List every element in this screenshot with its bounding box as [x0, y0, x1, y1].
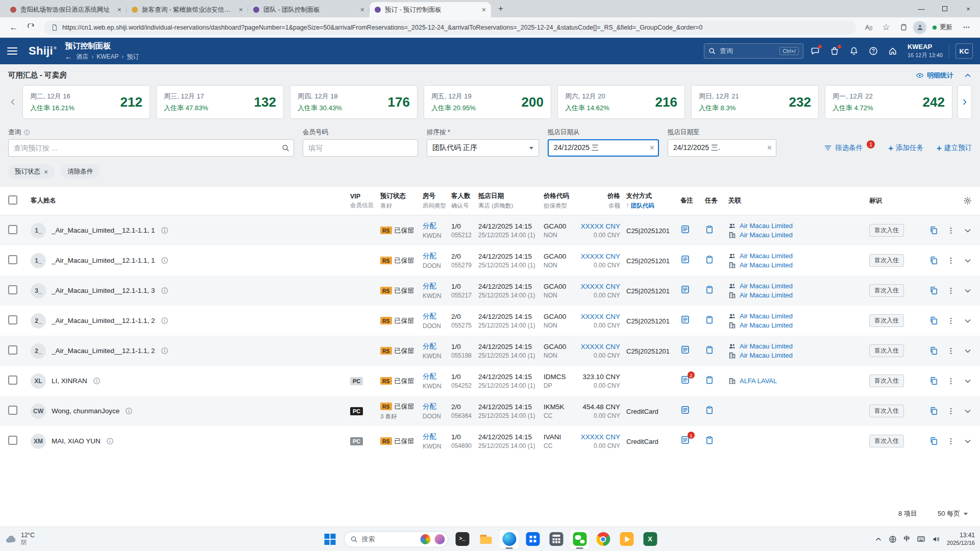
browser-tab[interactable]: 预订 - 预订控制面板 ×	[370, 2, 491, 17]
cards-prev-button[interactable]	[8, 98, 17, 106]
sort-select[interactable]: 团队代码 正序	[427, 139, 539, 157]
tab-close-icon[interactable]: ×	[360, 6, 364, 14]
linked-profile-name[interactable]: Air Macau Limited	[740, 352, 793, 359]
table-row[interactable]: 2_ _Air_Macau_Limited__12.1-1.1, 2 RS 已保…	[0, 336, 980, 366]
linked-profile-name[interactable]: Air Macau Limited	[740, 321, 793, 329]
taskbar-app[interactable]	[640, 529, 660, 549]
menu-icon[interactable]	[7, 47, 20, 55]
sort-by-group-code[interactable]: ↑团队代码	[626, 202, 680, 210]
copy-icon[interactable]	[929, 226, 938, 235]
expand-row-icon[interactable]	[964, 257, 972, 265]
notes-icon[interactable]	[680, 345, 690, 355]
breadcrumb-back-icon[interactable]: ←	[65, 53, 72, 61]
copy-icon[interactable]	[929, 316, 938, 325]
linked-profile-name[interactable]: Air Macau Limited	[740, 342, 793, 350]
collections-icon[interactable]	[896, 20, 911, 35]
row-checkbox[interactable]	[8, 345, 17, 355]
taskbar-clock[interactable]: 13:41 2025/12/16	[947, 531, 975, 547]
linked-profile[interactable]: Air Macau Limited	[728, 222, 861, 230]
expand-row-icon[interactable]	[964, 227, 972, 235]
taskbar-app[interactable]	[452, 529, 473, 549]
expand-row-icon[interactable]	[964, 407, 972, 415]
row-checkbox[interactable]	[8, 436, 17, 445]
filter-chip[interactable]: 清除条件 ×	[61, 164, 100, 179]
browser-update-button[interactable]: 更新	[928, 20, 957, 35]
arrival-from-clear-icon[interactable]: ×	[650, 144, 654, 152]
tasks-icon[interactable]	[705, 436, 714, 445]
detail-stats-link[interactable]: 明细统计	[916, 71, 953, 80]
room-assign-link[interactable]: 分配	[423, 402, 451, 411]
tasks-icon[interactable]	[705, 406, 714, 415]
row-checkbox[interactable]	[8, 315, 17, 324]
chat-icon[interactable]	[807, 43, 823, 59]
network-icon[interactable]	[889, 535, 897, 543]
taskbar-app[interactable]	[523, 529, 543, 549]
read-aloud-icon[interactable]: A))	[861, 20, 876, 35]
linked-profile-name[interactable]: Air Macau Limited	[740, 312, 793, 320]
room-assign-link[interactable]: 分配	[423, 282, 451, 291]
expand-row-icon[interactable]	[964, 377, 972, 385]
create-reservation-button[interactable]: +建立预订	[937, 143, 972, 153]
window-close-button[interactable]: ×	[957, 0, 980, 17]
row-checkbox[interactable]	[8, 285, 17, 294]
availability-card[interactable]: 周三, 12月 17 入住率 47.83% 132	[156, 85, 284, 119]
info-icon[interactable]	[106, 437, 114, 445]
volume-icon[interactable]	[932, 535, 940, 543]
linked-profile[interactable]: Air Macau Limited	[728, 291, 861, 299]
notes-icon[interactable]	[680, 285, 690, 294]
notifications-icon[interactable]	[846, 43, 862, 59]
table-row[interactable]: CW Wong, chunmanJoyce PC RS 已保留 3 喜好 分配	[0, 396, 980, 426]
room-assign-link[interactable]: 分配	[423, 221, 451, 231]
row-menu-icon[interactable]	[947, 317, 955, 325]
availability-card[interactable]: 周四, 12月 18 入住率 30.43% 176	[290, 85, 418, 119]
query-input[interactable]	[8, 139, 294, 157]
taskbar-app[interactable]	[476, 529, 496, 549]
collapse-section-icon[interactable]	[964, 71, 972, 80]
touch-keyboard-icon[interactable]	[917, 535, 925, 543]
tasks-icon[interactable]	[705, 285, 714, 294]
linked-profile[interactable]: Air Macau Limited	[728, 312, 861, 320]
tab-close-icon[interactable]: ×	[117, 6, 121, 14]
cards-next-button[interactable]	[958, 85, 972, 119]
ime-indicator[interactable]: 中	[903, 535, 910, 543]
window-minimize-button[interactable]: —	[910, 0, 933, 17]
linked-profile[interactable]: Air Macau Limited	[728, 282, 861, 290]
taskbar-search[interactable]: 搜索	[344, 531, 449, 547]
table-settings-icon[interactable]	[963, 196, 972, 205]
info-icon[interactable]	[161, 257, 168, 264]
table-row[interactable]: 1_ _Air_Macau_Limited__12.1-1.1, 1 RS 已保…	[0, 215, 980, 245]
linked-profile-name[interactable]: Air Macau Limited	[740, 222, 793, 230]
notes-icon[interactable]: 2	[680, 375, 690, 385]
row-menu-icon[interactable]	[947, 227, 955, 235]
row-menu-icon[interactable]	[947, 407, 955, 415]
room-assign-link[interactable]: 分配	[423, 312, 451, 321]
tasks-icon[interactable]	[705, 255, 714, 264]
row-checkbox[interactable]	[8, 225, 17, 234]
new-tab-button[interactable]: +	[494, 2, 507, 15]
back-button[interactable]: ←	[6, 20, 21, 35]
breadcrumb-item[interactable]: 预订›	[127, 53, 139, 61]
url-bar[interactable]: https://cn1.web.ep.shiji.world/individua…	[44, 20, 856, 35]
taskbar-app[interactable]	[593, 529, 614, 549]
notes-icon[interactable]	[680, 405, 690, 415]
linked-profile-name[interactable]: Air Macau Limited	[740, 231, 793, 239]
filter-chip[interactable]: 预订状态 ×	[8, 164, 55, 179]
taskbar-app[interactable]	[499, 529, 520, 549]
chip-remove-icon[interactable]: ×	[44, 168, 48, 176]
info-icon[interactable]	[161, 347, 168, 355]
table-row[interactable]: XL LI, XINRAN PC RS 已保留 分配 KWD	[0, 366, 980, 396]
query-search-icon[interactable]	[282, 144, 289, 152]
notes-icon[interactable]	[680, 255, 690, 264]
copy-icon[interactable]	[929, 256, 938, 265]
tasks-icon[interactable]	[705, 315, 714, 324]
browser-tab[interactable]: 贵阳机场智选假日酒店系统网址 ×	[5, 2, 127, 17]
row-checkbox[interactable]	[8, 255, 17, 264]
page-size-select[interactable]: 50 每页	[938, 509, 968, 518]
row-checkbox[interactable]	[8, 375, 17, 385]
linked-profile[interactable]: Air Macau Limited	[728, 342, 861, 350]
refresh-button[interactable]	[23, 20, 39, 35]
browser-menu-icon[interactable]	[959, 20, 974, 35]
row-menu-icon[interactable]	[947, 437, 955, 445]
user-avatar[interactable]: KC	[955, 43, 973, 59]
help-icon[interactable]	[866, 43, 881, 59]
